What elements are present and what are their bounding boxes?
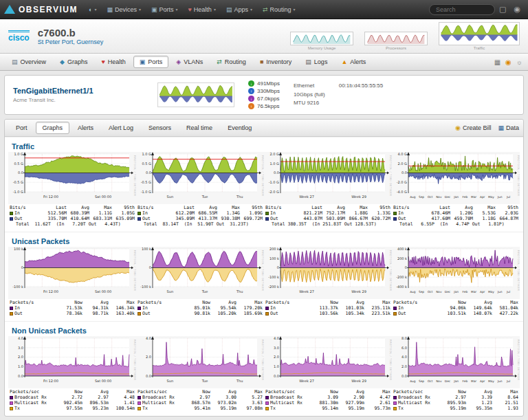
svg-text:-0.5 G: -0.5 G (13, 180, 23, 184)
tab-label: Graphs (67, 58, 88, 65)
legend-row: Broadcast Rx3.092.904.47 (265, 395, 390, 400)
bell-icon[interactable]: ◉ (505, 58, 512, 66)
rrd-graph[interactable]: 100 k0-100 kSunTueThuRRDTOOL / TOBI OETI… (136, 247, 264, 299)
rrd-graph[interactable]: 1.0 G0.5 G0.0-0.5 G-1.0 GFri 12:00Sat 00… (8, 152, 136, 204)
subtab-sensors[interactable]: Sensors (142, 122, 178, 134)
menu-ports[interactable]: ▣Ports▾ (146, 3, 183, 16)
section-title-traffic: Traffic (5, 137, 523, 152)
port-identity: TenGigabitEthernet1/1 Acme Transit Inc. (13, 87, 144, 103)
svg-text:Aug: Aug (410, 379, 416, 383)
minigraph-processors[interactable]: Processors (364, 32, 428, 50)
subtab-real-time[interactable]: Real time (179, 122, 219, 134)
graph-block-week: 4.02.00.0SunTueThuRRDTOOL / TOBI OETIKER… (136, 336, 264, 414)
device-name[interactable]: c7600.b (38, 27, 104, 38)
rrd-graph[interactable]: 1.0 G0.5 G0.0-0.5 G-1.0 GSunTueThuRRDTOO… (136, 152, 264, 204)
logs-icon: ▤ (305, 58, 311, 65)
rrd-graph[interactable]: 4.0 G2.0 G0.0-2.0 G-4.0 GAugSepOctNovDec… (392, 152, 520, 204)
traffic-sparkline[interactable] (439, 22, 520, 45)
menu-health[interactable]: ♥Health▾ (184, 3, 221, 16)
minigraph-memory[interactable]: Memory Usage (290, 32, 353, 50)
device-location[interactable]: St Peter Port, Guernsey (38, 38, 104, 45)
svg-text:2.0: 2.0 (274, 355, 279, 359)
legend-swatch (265, 307, 269, 310)
svg-text:0: 0 (277, 265, 279, 269)
search-input[interactable] (429, 4, 495, 15)
minigraph-label-memory: Memory Usage (308, 46, 336, 50)
tab-health[interactable]: ♥Health (95, 56, 131, 68)
mini-traffic-graph[interactable] (439, 22, 520, 45)
logout-icon[interactable]: ◉ (510, 5, 524, 14)
svg-text:Thu: Thu (236, 195, 243, 199)
tab-logs[interactable]: ▤Logs (299, 56, 333, 68)
subtab-alerts[interactable]: Alerts (71, 122, 100, 134)
tab-overview[interactable]: ▤Overview (6, 56, 52, 68)
legend-swatch (138, 307, 141, 310)
action-label: Data (506, 124, 519, 131)
svg-text:Jun: Jun (497, 379, 503, 383)
svg-text:Nov: Nov (436, 195, 442, 199)
memory-sparkline[interactable] (290, 32, 353, 45)
tab-vlans[interactable]: ◈VLANs (170, 56, 209, 68)
minigraph-traffic[interactable]: Traffic (439, 22, 520, 50)
port-name[interactable]: TenGigabitEthernet1/1 (13, 87, 144, 95)
svg-text:-1.0 G: -1.0 G (269, 180, 279, 184)
legend-swatch (10, 401, 13, 405)
rrd-graph[interactable]: 2.0 G1.0 G0.0-1.0 G-2.0 GWeek 27Week 29R… (264, 152, 392, 204)
svg-text:Sep: Sep (419, 195, 424, 199)
data-button[interactable]: ▦Data (498, 124, 519, 131)
rrd-graph[interactable]: 4.03.02.01.00.0Week 27Week 29RRDTOOL / T… (264, 336, 392, 388)
svg-text:Fri 12:00: Fri 12:00 (43, 289, 58, 294)
rrd-graph[interactable]: 400 k200 k0-200 k-400 kAugSepOctNovDecJa… (392, 247, 520, 299)
subtab-eventlog[interactable]: Eventlog (221, 122, 258, 134)
tab-ports[interactable]: ▣Ports (133, 56, 169, 68)
mini-line-graph[interactable] (364, 32, 428, 45)
port-stat-0: ↓491Mbps (248, 80, 280, 87)
legend-swatch (10, 407, 13, 410)
rrd-graph[interactable]: 4.02.00.0SunTueThuRRDTOOL / TOBI OETIKER (136, 336, 264, 388)
tab-label: Ports (148, 58, 162, 65)
rrd-graph[interactable]: 4.03.02.01.00.0Fri 12:00Sat 00:00RRDTOOL… (8, 336, 136, 388)
gear-icon[interactable]: ☼ (516, 58, 522, 66)
mini-traffic-graph[interactable] (157, 82, 234, 107)
rrd-graph[interactable]: 8.06.04.02.00.0AugSepOctNovDecJanFebMarA… (392, 336, 520, 388)
subtab-graphs[interactable]: Graphs (36, 122, 70, 134)
legend-swatch (138, 396, 141, 399)
legend-row: Tx95.41m95.19m97.08m (138, 406, 263, 411)
apps-icon: ▤ (226, 6, 232, 13)
tab-inventory[interactable]: ■Inventory (254, 56, 298, 68)
legend-header: Packets/secNowAvgMax (138, 389, 263, 395)
caret-down-icon: ▾ (176, 7, 178, 12)
graph-legend: Bits/sLastAvgMax95thIn678.46M1.20G5.53G2… (392, 204, 520, 230)
subtab-port[interactable]: Port (9, 122, 34, 134)
display-icon[interactable]: ▢ (496, 5, 509, 14)
window-icon[interactable]: ▦ (494, 58, 500, 66)
menu-devices[interactable]: ▦Devices▾ (102, 3, 146, 16)
mini-line-graph[interactable] (290, 32, 353, 45)
legend-row: Out103.51k148.07k427.22k (393, 311, 518, 316)
subtab-alert-log[interactable]: Alert Log (102, 122, 140, 134)
graph-legend: Packets/secNowAvgMaxBroadcast Rx2.973.00… (136, 388, 264, 414)
svg-text:-0.5 G: -0.5 G (141, 180, 151, 184)
port-traffic-sparkline[interactable] (157, 82, 234, 107)
processors-sparkline[interactable] (364, 32, 428, 45)
caret-down-icon: ▾ (294, 7, 296, 12)
port-subtabs-bar: PortGraphsAlertsAlert LogSensorsReal tim… (5, 120, 523, 137)
svg-text:Mar: Mar (471, 379, 476, 383)
global-menu[interactable]: ◐ ▾ (84, 3, 101, 16)
port-stat-2: ↓67.0kpps (248, 96, 280, 102)
routing-icon: ⇄ (217, 58, 222, 65)
svg-text:Sun: Sun (167, 195, 174, 199)
tab-routing[interactable]: ⇄Routing (210, 56, 252, 68)
tab-alerts[interactable]: ▲Alerts (335, 56, 372, 68)
menu-routing[interactable]: ⇄Routing▾ (258, 3, 300, 16)
tab-graphs[interactable]: ◆Graphs (54, 56, 94, 68)
menu-apps[interactable]: ▤Apps▾ (221, 3, 257, 16)
rrd-graph[interactable]: 200 k100 k0-100 k-200 kWeek 27Week 29RRD… (264, 247, 392, 299)
observium-logo[interactable]: OBSERVIUM (4, 5, 78, 14)
graph-legend: Packets/secNowAvgMaxBroadcast Rx2.973.39… (392, 388, 520, 414)
rrd-graph[interactable]: 100 k0-100 kFri 12:00Sat 00:00RRDTOOL / … (8, 247, 136, 299)
create-bill-button[interactable]: ◉Create Bill (455, 124, 491, 131)
device-identity: c7600.b St Peter Port, Guernsey (38, 27, 104, 45)
svg-text:Week 27: Week 27 (299, 379, 314, 383)
header-minigraphs: Memory Usage Processors Traffic (290, 22, 520, 50)
